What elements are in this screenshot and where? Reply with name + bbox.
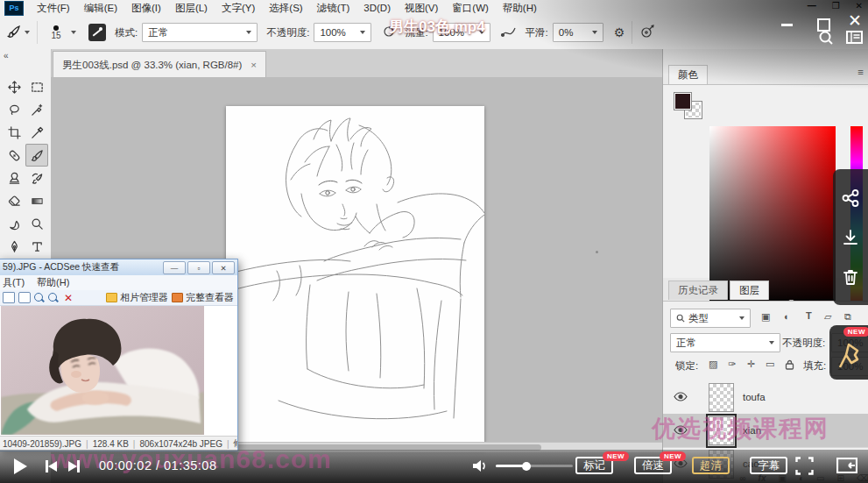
lock-paint-icon[interactable]: ✑ [728, 359, 736, 370]
visibility-eye-icon[interactable] [674, 392, 688, 403]
video-close-icon[interactable]: ✕ [848, 11, 862, 31]
miniplayer-icon[interactable] [836, 458, 857, 473]
document-tab-close-icon[interactable]: × [251, 60, 257, 70]
video-zoom-icon[interactable] [818, 30, 834, 46]
volume-handle[interactable] [522, 462, 531, 471]
smooth-dropdown[interactable]: 0% [553, 23, 603, 42]
visibility-eye-icon[interactable] [674, 425, 688, 437]
layer-filter-dropdown[interactable]: 类型 [670, 309, 751, 328]
lock-move-icon[interactable]: ✛ [747, 359, 755, 370]
menu-image[interactable]: 图像(I) [124, 2, 168, 15]
lock-transparent-icon[interactable]: ▨ [709, 359, 717, 370]
acdsee-fit-icon[interactable] [3, 292, 15, 303]
pin-icon[interactable] [836, 341, 864, 371]
gradient-tool-icon[interactable] [25, 189, 48, 212]
acdsee-titlebar[interactable]: 59).JPG - ACDSee 快速查看 — ▫ ✕ [0, 259, 237, 275]
ps-close-icon[interactable]: ✕ [856, 1, 863, 11]
prev-button[interactable] [46, 460, 57, 472]
pen-tool-icon[interactable] [3, 235, 25, 258]
eraser-tool-icon[interactable] [3, 189, 25, 212]
acdsee-menu-help[interactable]: 帮助(H) [37, 276, 69, 289]
blend-mode-dropdown[interactable]: 正常 [670, 333, 780, 352]
video-minimize-icon[interactable] [781, 24, 793, 26]
filter-smart-object-icon[interactable]: ⧉ [844, 311, 851, 323]
zoom-in-icon[interactable] [34, 293, 45, 303]
share-icon[interactable] [841, 188, 860, 208]
opacity-dropdown[interactable]: 100% [314, 23, 371, 42]
download-icon[interactable] [841, 228, 860, 247]
video-playlist-panel-icon[interactable] [846, 31, 863, 44]
menu-view[interactable]: 视图(V) [398, 2, 445, 15]
lock-artboard-icon[interactable]: ▭ [766, 359, 774, 370]
acdsee-window[interactable]: 59).JPG - ACDSee 快速查看 — ▫ ✕ 具(T) 帮助(H) ✕… [0, 259, 238, 451]
filter-shape-icon[interactable]: ▱ [824, 311, 831, 323]
menu-file[interactable]: 文件(F) [30, 2, 77, 15]
color-panel-tab[interactable]: 颜色 [668, 65, 708, 84]
play-button[interactable] [14, 458, 27, 474]
ps-restore-icon[interactable]: ❐ [832, 1, 840, 11]
crop-tool-icon[interactable] [3, 121, 25, 144]
layer-thumbnail[interactable] [709, 383, 734, 412]
smudge-tool-icon[interactable] [3, 212, 25, 235]
menu-window[interactable]: 窗口(W) [445, 2, 496, 15]
brush-size-caret[interactable] [71, 31, 76, 34]
foreground-color-swatch[interactable] [674, 92, 692, 110]
lock-all-icon[interactable] [785, 359, 794, 370]
brush-tool-selected-icon[interactable] [25, 144, 48, 167]
filter-adjustment-icon[interactable]: ◐ [784, 311, 790, 322]
filter-pixel-icon[interactable]: ▣ [761, 311, 770, 323]
menu-type[interactable]: 文字(Y) [215, 2, 262, 15]
menu-select[interactable]: 选择(S) [262, 2, 309, 15]
acdsee-delete-icon[interactable]: ✕ [64, 292, 73, 304]
panel-menu-icon[interactable]: ≡ [857, 67, 864, 77]
symmetry-icon[interactable] [639, 25, 655, 40]
zoom-out-icon[interactable] [48, 293, 59, 303]
acdsee-minimize-icon[interactable]: — [163, 261, 186, 274]
acdsee-actual-size-icon[interactable] [18, 292, 31, 303]
subtitle-button[interactable]: 字幕 [750, 457, 787, 474]
gear-icon[interactable]: ⚙ [614, 25, 625, 39]
trash-icon[interactable] [842, 267, 859, 287]
brush-tool-icon[interactable] [7, 25, 21, 40]
menu-filter[interactable]: 滤镜(T) [310, 2, 357, 15]
acdsee-close-icon[interactable]: ✕ [212, 261, 235, 274]
menu-help[interactable]: 帮助(H) [496, 2, 544, 15]
type-tool-icon[interactable] [25, 235, 48, 258]
menu-edit[interactable]: 编辑(E) [77, 2, 124, 15]
quick-selection-tool-icon[interactable] [25, 98, 48, 121]
photo-manager-button[interactable]: 相片管理器 [106, 291, 168, 304]
mode-dropdown[interactable]: 正常 [142, 23, 258, 42]
quality-button[interactable]: 超清 [692, 457, 730, 474]
full-viewer-button[interactable]: 完整查看器 [172, 291, 234, 304]
layers-panel-tab[interactable]: 图层 [730, 281, 769, 300]
layer-row-xian[interactable]: xian [663, 414, 868, 448]
smoothing-stroke-icon[interactable] [501, 25, 517, 40]
history-panel-tab[interactable]: 历史记录 [668, 281, 728, 300]
ps-minimize-icon[interactable]: — [808, 1, 816, 11]
layer-row-toufa[interactable]: toufa [663, 380, 868, 415]
move-tool-icon[interactable] [3, 75, 25, 98]
marquee-tool-icon[interactable] [25, 75, 48, 98]
filter-type-icon[interactable]: T [806, 310, 812, 321]
eyedropper-tool-icon[interactable] [25, 121, 48, 144]
history-brush-tool-icon[interactable] [25, 167, 48, 189]
menu-layer[interactable]: 图层(L) [168, 2, 215, 15]
brush-preset-caret[interactable] [25, 31, 30, 34]
clone-stamp-tool-icon[interactable] [3, 167, 25, 189]
layer-thumbnail-selected[interactable] [709, 416, 734, 445]
acdsee-maximize-icon[interactable]: ▫ [187, 261, 210, 274]
volume-slider[interactable] [496, 465, 573, 467]
fullscreen-icon[interactable] [795, 457, 814, 475]
acdsee-menu-tools[interactable]: 具(T) [3, 276, 25, 289]
brush-size-preview[interactable]: 15 [45, 25, 67, 40]
volume-icon[interactable] [471, 458, 488, 473]
document-page[interactable] [226, 106, 484, 450]
tablet-pressure-icon[interactable] [88, 24, 106, 41]
saturation-brightness-field[interactable] [709, 126, 836, 306]
dodge-tool-icon[interactable] [25, 212, 48, 235]
document-tab[interactable]: 男生003线.psd @ 33.3% (xian, RGB/8#) × [53, 51, 266, 78]
tools-collapse-icon[interactable]: « [4, 51, 9, 60]
spot-healing-tool-icon[interactable] [3, 144, 25, 167]
lasso-tool-icon[interactable] [3, 98, 25, 121]
next-button[interactable] [68, 460, 80, 472]
